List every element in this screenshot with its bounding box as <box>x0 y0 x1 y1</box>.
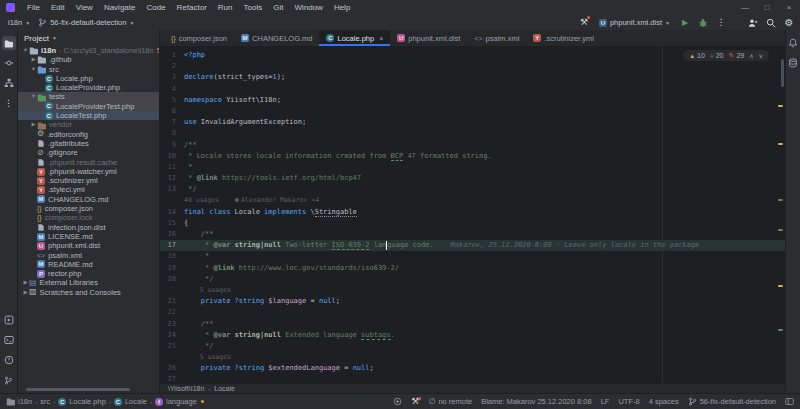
line-number[interactable]: 24 <box>160 330 184 341</box>
chevron-right-icon[interactable]: ▶ <box>22 288 29 297</box>
status-build[interactable]: ⚒ <box>411 397 419 406</box>
code-line[interactable]: 12 * @link https://tools.ietf.org/html/b… <box>160 173 785 184</box>
chevron-down-icon[interactable]: ▼ <box>22 46 29 55</box>
status-ide-event[interactable] <box>393 397 402 406</box>
line-number[interactable]: 21 <box>160 296 184 307</box>
tree-item-rector.php[interactable]: Prector.php <box>18 269 159 278</box>
next-problem-button[interactable]: ∨ <box>759 53 763 59</box>
menu-tools[interactable]: Tools <box>239 1 268 14</box>
tab-.scrutinizer.yml[interactable]: Y.scrutinizer.yml <box>526 30 601 46</box>
breadcrumb-item[interactable]: Locale <box>214 385 235 392</box>
code-line[interactable]: 25 */ <box>160 341 785 352</box>
run-button[interactable]: ▶ <box>678 16 692 29</box>
status-path-locale[interactable]: CLocale <box>114 397 147 406</box>
menu-view[interactable]: View <box>71 1 98 14</box>
code-line[interactable]: 22 <box>160 307 785 318</box>
status-git-branch[interactable]: 56-fix-default-detection <box>688 397 776 406</box>
line-number[interactable]: 14 <box>160 207 184 218</box>
tree-item-externallibraries[interactable]: ▶▤External Libraries <box>18 278 159 287</box>
line-number[interactable]: 16 <box>160 229 184 240</box>
horizontal-scrollbar[interactable] <box>26 388 130 391</box>
maximize-button[interactable]: □ <box>756 0 778 15</box>
debug-button[interactable] <box>696 16 710 29</box>
line-number[interactable] <box>160 352 184 363</box>
line-number[interactable]: 15 <box>160 218 184 229</box>
tree-item-infection.json.dist[interactable]: infection.json.dist <box>18 223 159 232</box>
line-number[interactable]: 11 <box>160 162 184 173</box>
line-number[interactable]: 4 <box>160 84 184 95</box>
tool-window-project[interactable] <box>2 36 16 50</box>
breadcrumb-item[interactable]: \Yiisoft\I18n <box>168 385 204 392</box>
chevron-right-icon[interactable]: ▶ <box>30 120 37 129</box>
prev-problem-button[interactable]: ∧ <box>749 53 753 59</box>
menu-navigate[interactable]: Navigate <box>99 1 141 14</box>
line-number[interactable]: 19 <box>160 263 184 274</box>
status-layout[interactable] <box>785 397 794 406</box>
tree-item-composer.lock[interactable]: {}composer.lock <box>18 213 159 222</box>
inspections-widget[interactable]: ▲10≈20✎29∧∨ <box>683 50 769 61</box>
chevron-right-icon[interactable]: ▶ <box>30 55 37 64</box>
build-button[interactable]: ⚒ <box>577 16 591 29</box>
code-line[interactable]: 23 /** <box>160 319 785 330</box>
code-line[interactable]: 13 */ <box>160 184 785 195</box>
tree-item-vendor[interactable]: ▶vendor <box>18 120 159 129</box>
line-number[interactable]: 10 <box>160 151 184 162</box>
run-configuration-selector[interactable]: Uphpunit.xml.dist▼ <box>595 17 674 28</box>
tab-locale.php[interactable]: CLocale.php× <box>319 30 390 46</box>
close-button[interactable]: × <box>778 0 800 15</box>
tree-item-src[interactable]: ▼src <box>18 65 159 74</box>
code-line[interactable]: 18 * <box>160 251 785 262</box>
tool-window-database[interactable] <box>786 56 800 70</box>
tool-window-more[interactable]: ⋮ <box>2 96 16 110</box>
annotations-count[interactable]: ✎29 <box>729 52 745 59</box>
tree-item-localetest.php[interactable]: CLocaleTest.php <box>18 111 159 120</box>
code-line[interactable]: 5namespace Yiisoft\I18n; <box>160 95 785 106</box>
stripe-mark[interactable] <box>778 229 783 231</box>
tree-item-i18n[interactable]: ▼i18n- C:\src\yii3_standalone\i18n56-fix… <box>18 46 159 55</box>
tree-item-license.md[interactable]: MLICENSE.md <box>18 232 159 241</box>
tool-window-terminal[interactable] <box>2 333 16 347</box>
code-line[interactable]: 7use InvalidArgumentException; <box>160 117 785 128</box>
line-number[interactable]: 27 <box>160 374 184 383</box>
menu-code[interactable]: Code <box>141 1 170 14</box>
line-number[interactable]: 13 <box>160 184 184 195</box>
code-line[interactable]: 15{ <box>160 218 785 229</box>
code-editor[interactable]: 1<?php23declare(strict_types=1);45namesp… <box>160 47 785 383</box>
menu-edit[interactable]: Edit <box>46 1 70 14</box>
tree-item-tests[interactable]: ▼tests <box>18 92 159 101</box>
code-line[interactable]: 8 <box>160 128 785 139</box>
code-line[interactable]: 20 */ <box>160 274 785 285</box>
status-indent[interactable]: 4 spaces <box>649 397 679 406</box>
tree-item-localeprovider.php[interactable]: CLocaleProvider.php <box>18 83 159 92</box>
code-line[interactable]: 6 <box>160 106 785 117</box>
status-path-locale.php[interactable]: CLocale.php <box>58 397 106 406</box>
code-line[interactable]: 16 /** <box>160 229 785 240</box>
code-line[interactable]: 19 * @link http://www.loc.gov/standards/… <box>160 263 785 274</box>
chevron-down-icon[interactable]: ▼ <box>30 92 37 101</box>
code-line[interactable]: 21 private ?string $language = null; <box>160 296 785 307</box>
tab-psalm.xml[interactable]: <>psalm.xml <box>467 30 526 46</box>
code-with-me-button[interactable] <box>746 16 760 29</box>
line-number[interactable]: 22 <box>160 307 184 318</box>
menu-run[interactable]: Run <box>213 1 238 14</box>
menu-file[interactable]: File <box>22 1 45 14</box>
tool-window-services[interactable] <box>2 313 16 327</box>
tree-item-readme.md[interactable]: MREADME.md <box>18 260 159 269</box>
code-line[interactable]: 27 <box>160 374 785 383</box>
tree-item-.scrutinizer.yml[interactable]: Y.scrutinizer.yml <box>18 176 159 185</box>
tree-item-.phpunit-watcher.yml[interactable]: Y.phpunit-watcher.yml <box>18 167 159 176</box>
status-line-separator[interactable]: LF <box>601 397 610 406</box>
tree-item-locale.php[interactable]: CLocale.php <box>18 74 159 83</box>
tab-changelog.md[interactable]: MCHANGELOG.md <box>234 30 319 46</box>
tool-window-git-branch[interactable] <box>2 373 16 387</box>
code-line[interactable]: 26 private ?string $extendedLanguage = n… <box>160 363 785 374</box>
code-line[interactable]: 9/** <box>160 140 785 151</box>
stripe-mark[interactable] <box>778 199 783 201</box>
code-line[interactable]: 24 * @var string|null Extended language … <box>160 330 785 341</box>
tree-item-composer.json[interactable]: {}composer.json <box>18 204 159 213</box>
code-line[interactable]: 17 * @var string|null Two-letter ISO-639… <box>160 240 785 251</box>
line-number[interactable]: 1 <box>160 50 184 61</box>
status-path-src[interactable]: src <box>40 397 50 406</box>
inlay-hint-row[interactable]: 49 usages Alexander Makarov +4 <box>160 195 785 206</box>
search-everywhere-button[interactable] <box>764 16 778 29</box>
